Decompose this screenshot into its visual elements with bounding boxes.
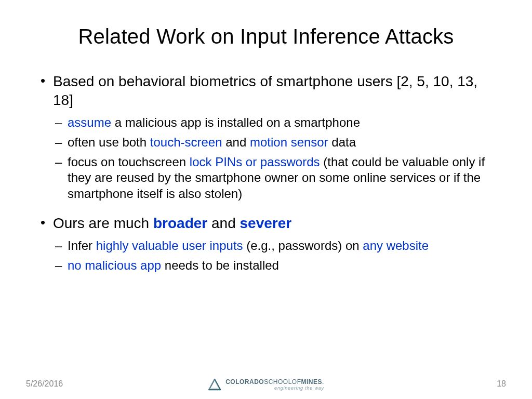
kw-assume: assume — [68, 115, 111, 129]
kw-motion-sensor: motion sensor — [250, 135, 328, 149]
text: data — [328, 135, 356, 149]
footer-page-number: 18 — [497, 379, 506, 389]
text: Infer — [68, 238, 96, 252]
bullet-2: Ours are much broader and severer Infer … — [37, 214, 495, 273]
text: often use both — [68, 135, 150, 149]
bullet-list: Based on behavioral biometrics of smartp… — [37, 72, 495, 273]
bullet-1-sub-1: assume a malicious app is installed on a… — [53, 115, 495, 130]
slide-title: Related Work on Input Inference Attacks — [37, 25, 495, 48]
bullet-1-sub-2: often use both touch-screen and motion s… — [53, 135, 495, 150]
text: and — [207, 215, 240, 231]
logo-tagline: engineering the way — [225, 386, 324, 391]
kw-valuable-inputs: highly valuable user inputs — [96, 238, 243, 252]
logo-word-schoolof: SCHOOLOF — [264, 378, 301, 385]
text: focus on touchscreen — [68, 155, 190, 169]
kw-no-malicious-app: no malicious app — [68, 258, 161, 272]
text: needs to be installed — [161, 258, 279, 272]
logo-text: COLORADOSCHOOLOFMINES. engineering the w… — [225, 379, 324, 391]
bullet-1-text: Based on behavioral biometrics of smartp… — [53, 73, 477, 108]
footer-logo: COLORADOSCHOOLOFMINES. engineering the w… — [208, 378, 324, 391]
slide: Related Work on Input Inference Attacks … — [0, 0, 532, 399]
kw-any-website: any website — [363, 238, 429, 252]
kw-broader: broader — [153, 215, 207, 231]
kw-severer: severer — [240, 215, 291, 231]
logo-word-mines: MINES — [301, 378, 322, 385]
bullet-2-sub-1: Infer highly valuable user inputs (e.g.,… — [53, 238, 495, 254]
kw-touchscreen: touch-screen — [150, 135, 222, 149]
logo-period: . — [322, 378, 324, 385]
text: and — [222, 135, 250, 149]
kw-lock-pins: lock PINs or passwords — [190, 155, 320, 169]
bullet-2-sub-2: no malicious app needs to be installed — [53, 258, 495, 273]
text: a malicious app is installed on a smartp… — [111, 115, 360, 129]
bullet-2-sublist: Infer highly valuable user inputs (e.g.,… — [53, 238, 495, 273]
triangle-icon — [208, 378, 221, 391]
text: Ours are much — [53, 215, 153, 231]
logo-word-colorado: COLORADO — [225, 378, 264, 385]
logo-line1: COLORADOSCHOOLOFMINES. — [225, 379, 324, 385]
text: (e.g., passwords) on — [243, 238, 363, 252]
bullet-1: Based on behavioral biometrics of smartp… — [37, 72, 495, 202]
bullet-1-sub-3: focus on touchscreen lock PINs or passwo… — [53, 154, 495, 202]
bullet-1-sublist: assume a malicious app is installed on a… — [53, 115, 495, 202]
footer: 5/26/2016 COLORADOSCHOOLOFMINES. enginee… — [0, 373, 532, 389]
footer-date: 5/26/2016 — [26, 379, 63, 389]
